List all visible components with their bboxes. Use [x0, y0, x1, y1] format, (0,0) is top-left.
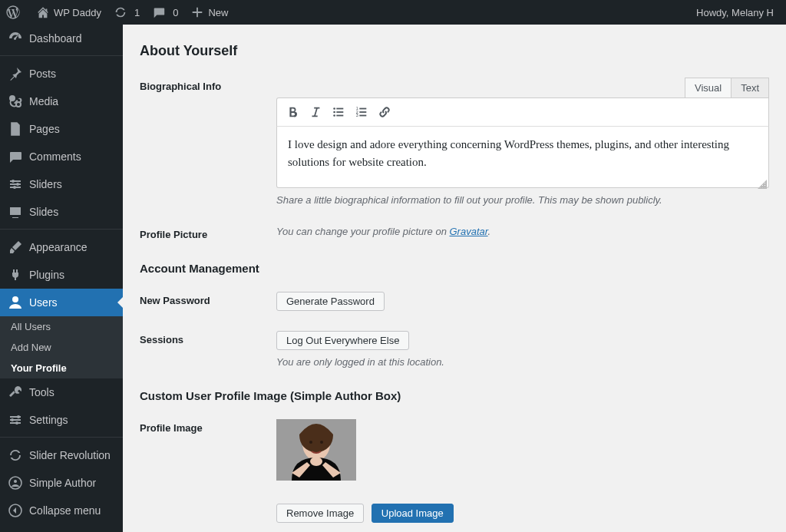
- new-link[interactable]: New: [184, 0, 234, 25]
- svg-point-14: [333, 107, 335, 110]
- slides-icon: [8, 204, 23, 220]
- wrench-icon: [8, 385, 23, 400]
- svg-rect-23: [359, 108, 366, 110]
- svg-point-2: [17, 103, 20, 106]
- generate-password-button[interactable]: Generate Password: [276, 292, 385, 311]
- menu-slider-revolution-label: Slider Revolution: [29, 449, 111, 461]
- menu-dashboard[interactable]: Dashboard: [0, 25, 123, 52]
- howdy-text: Howdy, Melany H: [696, 7, 774, 18]
- menu-posts-label: Posts: [29, 68, 56, 80]
- menu-separator: [0, 52, 123, 56]
- svg-point-0: [9, 95, 15, 101]
- about-yourself-heading: About Yourself: [140, 43, 769, 59]
- svg-point-15: [333, 111, 335, 114]
- menu-comments-label: Comments: [29, 150, 81, 163]
- wordpress-logo[interactable]: [0, 0, 30, 25]
- menu-dashboard-label: Dashboard: [29, 32, 82, 45]
- remove-image-button[interactable]: Remove Image: [276, 504, 364, 523]
- italic-button[interactable]: [305, 101, 326, 123]
- svg-point-5: [13, 186, 16, 189]
- howdy-link[interactable]: Howdy, Melany H: [690, 0, 780, 25]
- menu-plugins[interactable]: Plugins: [0, 261, 123, 289]
- menu-tools[interactable]: Tools: [0, 378, 123, 406]
- menu-sliders-label: Sliders: [29, 178, 62, 190]
- profile-image-label: Profile Image: [140, 419, 276, 434]
- svg-point-16: [333, 114, 335, 117]
- submenu-add-new[interactable]: Add New: [0, 337, 123, 358]
- comments-link[interactable]: 0: [146, 0, 184, 25]
- bio-editor[interactable]: I love design and adore everything conce…: [276, 127, 769, 188]
- pin-icon: [8, 66, 23, 81]
- svg-point-7: [12, 296, 18, 302]
- menu-appearance-label: Appearance: [29, 241, 88, 253]
- new-password-label: New Password: [140, 292, 276, 306]
- menu-users-label: Users: [29, 296, 58, 309]
- svg-point-28: [310, 457, 322, 466]
- plus-icon: [190, 5, 204, 19]
- log-out-everywhere-button[interactable]: Log Out Everywhere Else: [276, 331, 409, 350]
- bio-help-text: Share a little biographical information …: [276, 194, 769, 206]
- svg-point-29: [309, 441, 312, 444]
- bio-label: Biographical Info: [140, 78, 276, 92]
- svg-rect-18: [336, 111, 343, 113]
- menu-tools-label: Tools: [29, 386, 54, 398]
- profile-picture-help-text: You can change your profile picture on: [276, 226, 449, 237]
- number-list-button[interactable]: 123: [351, 101, 372, 123]
- bold-button[interactable]: [282, 101, 303, 123]
- page-icon: [8, 121, 23, 137]
- menu-sliders[interactable]: Sliders: [0, 170, 123, 198]
- menu-collapse[interactable]: Collapse menu: [0, 497, 123, 524]
- updates-count: 1: [134, 7, 140, 18]
- submenu-all-users[interactable]: All Users: [0, 316, 123, 337]
- menu-separator: [0, 226, 123, 230]
- menu-pages[interactable]: Pages: [0, 115, 123, 143]
- site-name-link[interactable]: WP Daddy: [30, 0, 107, 25]
- plug-icon: [8, 267, 23, 283]
- home-icon: [36, 5, 50, 19]
- link-button[interactable]: [374, 101, 395, 123]
- text-tab[interactable]: Text: [731, 78, 769, 97]
- menu-pages-label: Pages: [29, 123, 60, 135]
- menu-users[interactable]: Users: [0, 289, 123, 316]
- new-label: New: [208, 7, 228, 18]
- menu-comments[interactable]: Comments: [0, 143, 123, 170]
- menu-simple-author-label: Simple Author: [29, 477, 96, 489]
- sessions-help-text: You are only logged in at this location.: [276, 356, 769, 368]
- media-icon: [8, 94, 23, 109]
- profile-picture-label: Profile Picture: [140, 226, 276, 240]
- svg-point-4: [16, 183, 19, 186]
- menu-settings-label: Settings: [29, 414, 68, 426]
- svg-point-12: [14, 480, 17, 483]
- upload-image-button[interactable]: Upload Image: [372, 504, 454, 523]
- brush-icon: [8, 240, 23, 255]
- svg-point-10: [15, 421, 18, 425]
- menu-posts[interactable]: Posts: [0, 60, 123, 88]
- custom-profile-image-heading: Custom User Profile Image (Simple Author…: [140, 389, 769, 402]
- svg-point-9: [11, 418, 14, 421]
- sliders-icon: [8, 177, 23, 192]
- gravatar-link[interactable]: Gravatar: [449, 226, 487, 237]
- resize-grip-icon[interactable]: [758, 177, 767, 186]
- comments-count: 0: [173, 7, 178, 18]
- simple-author-icon: [8, 475, 23, 491]
- updates-link[interactable]: 1: [107, 0, 146, 25]
- bullet-list-button[interactable]: [328, 101, 349, 123]
- menu-slider-revolution[interactable]: Slider Revolution: [0, 441, 123, 469]
- menu-separator: [0, 434, 123, 438]
- refresh-icon: [114, 5, 127, 19]
- svg-rect-17: [336, 108, 343, 110]
- svg-rect-6: [10, 207, 21, 215]
- menu-simple-author[interactable]: Simple Author: [0, 469, 123, 497]
- svg-point-30: [320, 441, 323, 444]
- comment-icon: [152, 5, 166, 19]
- visual-tab[interactable]: Visual: [685, 78, 732, 97]
- user-icon: [8, 295, 23, 310]
- menu-appearance[interactable]: Appearance: [0, 233, 123, 261]
- submenu-your-profile[interactable]: Your Profile: [0, 358, 123, 378]
- menu-slides[interactable]: Slides: [0, 198, 123, 226]
- svg-point-3: [12, 180, 15, 183]
- menu-settings[interactable]: Settings: [0, 406, 123, 434]
- menu-media[interactable]: Media: [0, 88, 123, 115]
- collapse-icon: [8, 503, 23, 518]
- account-management-heading: Account Management: [140, 262, 769, 275]
